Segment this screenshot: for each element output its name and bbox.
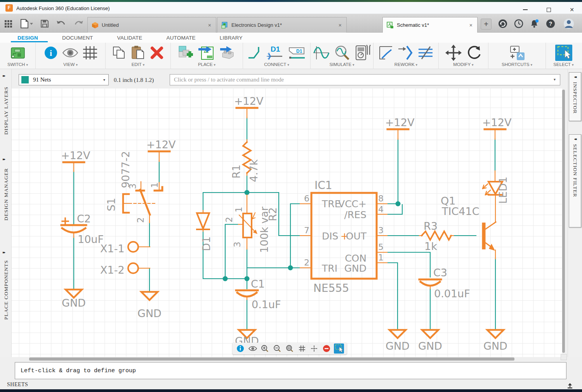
schematic-canvas[interactable]: +12V +12V +12V +12V +12V GND GND GND GND…: [12, 88, 562, 357]
rework-route-icon[interactable]: [378, 45, 394, 61]
rework-arrow-icon[interactable]: [398, 45, 413, 61]
shortcuts-keys-icon[interactable]: [508, 45, 526, 61]
component-x1-1-pad[interactable]: [128, 242, 138, 252]
panel-tab-design-manager[interactable]: DESIGN MANAGER: [3, 168, 9, 220]
panel-tab-display-layers[interactable]: DISPLAY LAYERS: [3, 87, 9, 135]
zoom-out-button[interactable]: [272, 343, 282, 354]
component-q1[interactable]: [484, 222, 496, 251]
panel-tab-place-components[interactable]: PLACE COMPONENTS: [3, 260, 9, 320]
eye-icon[interactable]: [62, 46, 78, 59]
svg-text:i: i: [49, 48, 52, 58]
net-label-icon[interactable]: D1: [267, 45, 284, 61]
place-schematic-icon[interactable]: [198, 45, 215, 61]
ribbon-label-shortcuts[interactable]: SHORTCUTS▾: [502, 62, 532, 67]
zoom-fit-button[interactable]: [285, 343, 295, 354]
select-tool-icon[interactable]: [555, 44, 573, 61]
rotate-icon[interactable]: [466, 45, 482, 61]
ribbon-label-place[interactable]: PLACE▾: [198, 62, 215, 67]
ribbon-label-rework[interactable]: REWORK▾: [394, 62, 417, 67]
vertical-scrollbar[interactable]: [562, 90, 565, 354]
switch-board-icon[interactable]: [9, 45, 26, 61]
place-component-icon[interactable]: [177, 45, 194, 61]
menu-design[interactable]: DESIGN: [17, 35, 38, 41]
user-avatar[interactable]: [563, 18, 575, 29]
group-select-button[interactable]: [334, 343, 344, 354]
save-button[interactable]: [40, 19, 50, 29]
d1-ref: D1: [200, 236, 212, 251]
chevron-down-icon[interactable]: ▾: [554, 77, 556, 82]
r2-pin1: 1: [234, 207, 244, 213]
tab-schematic[interactable]: Schematic v1* ×: [382, 17, 478, 33]
ribbon-label-edit[interactable]: EDIT▾: [132, 62, 145, 67]
ribbon-label-switch[interactable]: SWITCH▾: [7, 62, 28, 67]
new-tab-button[interactable]: +: [481, 19, 492, 29]
horizontal-scrollbar-thumb[interactable]: [29, 357, 514, 361]
ribbon-group-select: SELECT▾: [546, 43, 581, 69]
redo-button[interactable]: [74, 19, 84, 29]
menu-automate[interactable]: AUTOMATE: [166, 35, 195, 41]
component-d1[interactable]: [197, 213, 209, 229]
notifications-button[interactable]: [529, 18, 540, 29]
chevron-down-icon: ▾: [530, 63, 532, 67]
component-c1[interactable]: [236, 290, 258, 297]
file-menu-button[interactable]: [19, 19, 34, 29]
visibility-button[interactable]: [248, 343, 258, 354]
component-x1-2-pad[interactable]: [128, 263, 138, 273]
info-mode-button[interactable]: [235, 343, 245, 354]
sheets-panel-label[interactable]: SHEETS: [7, 382, 28, 388]
move-icon[interactable]: [445, 45, 462, 61]
component-s1[interactable]: [123, 187, 162, 215]
vertical-scrollbar-thumb[interactable]: [562, 90, 565, 353]
sine-wave-icon[interactable]: [313, 45, 330, 61]
component-c3[interactable]: [419, 279, 441, 286]
job-status-button[interactable]: [497, 18, 509, 29]
name-tag-icon[interactable]: D1: [288, 45, 306, 61]
ribbon-label-simulate[interactable]: SIMULATE▾: [329, 62, 354, 67]
command-line-input[interactable]: [170, 74, 560, 85]
ribbon-label-view[interactable]: VIEW▾: [63, 62, 78, 67]
grid-settings-icon[interactable]: [82, 45, 98, 60]
undo-button[interactable]: [56, 19, 66, 29]
origin-toggle-button[interactable]: [309, 343, 319, 354]
ribbon-label-connect[interactable]: CONNECT▾: [264, 62, 289, 67]
rework-align-icon[interactable]: [417, 45, 434, 61]
ic1-pin2: 2: [304, 258, 309, 267]
tab-untitled[interactable]: Untitled ×: [87, 17, 216, 33]
grid-toggle-button[interactable]: [297, 343, 307, 354]
ribbon-label-select[interactable]: SELECT▾: [553, 62, 573, 67]
grid-menu-icon: [4, 20, 12, 28]
expand-display-layers-icon[interactable]: ▸▸: [3, 74, 5, 78]
tab-close-icon[interactable]: ×: [469, 22, 473, 28]
delete-icon[interactable]: [149, 45, 164, 60]
tab-electronics-design[interactable]: Electronics Design v1* ×: [217, 17, 347, 33]
probe-magnifier-icon[interactable]: [334, 45, 351, 61]
component-r3[interactable]: [422, 231, 451, 240]
panel-tab-selection-filter[interactable]: ◂◂ SELECTION FILTER: [569, 134, 581, 227]
expand-design-manager-icon[interactable]: ▸▸: [3, 157, 5, 161]
info-mode-icon[interactable]: i: [43, 45, 58, 60]
tab-close-icon[interactable]: ×: [338, 22, 342, 28]
nets-dropdown[interactable]: 91 Nets ▾: [19, 74, 109, 85]
tab-close-icon[interactable]: ×: [207, 22, 212, 28]
grid-icon: [299, 345, 306, 352]
net-wire-icon[interactable]: [247, 45, 263, 61]
component-r2[interactable]: [239, 213, 257, 238]
menu-validate[interactable]: VALIDATE: [117, 35, 142, 41]
menu-library[interactable]: LIBRARY: [220, 35, 243, 41]
recent-activity-button[interactable]: [513, 18, 525, 29]
right-panel-strip: ◂◂ INSPECTOR ◂◂ SELECTION FILTER: [568, 69, 582, 357]
place-3d-part-icon[interactable]: [219, 45, 236, 61]
panel-tab-inspector[interactable]: ◂◂ INSPECTOR: [569, 72, 581, 121]
ribbon-label-modify[interactable]: MODIFY▾: [453, 62, 473, 67]
help-button[interactable]: ?: [545, 18, 556, 29]
app-grid-button[interactable]: [3, 19, 13, 29]
multimeter-icon[interactable]: [354, 45, 372, 61]
copy-icon[interactable]: [112, 45, 127, 61]
menu-document[interactable]: DOCUMENT: [62, 35, 93, 41]
zoom-in-button[interactable]: [260, 343, 270, 354]
stop-command-button[interactable]: [321, 343, 332, 354]
expand-place-components-icon[interactable]: ▸▸: [3, 250, 5, 254]
plus-icon: +: [484, 20, 488, 29]
paste-icon[interactable]: [131, 45, 146, 61]
dock-panel-icon[interactable]: [566, 383, 573, 389]
